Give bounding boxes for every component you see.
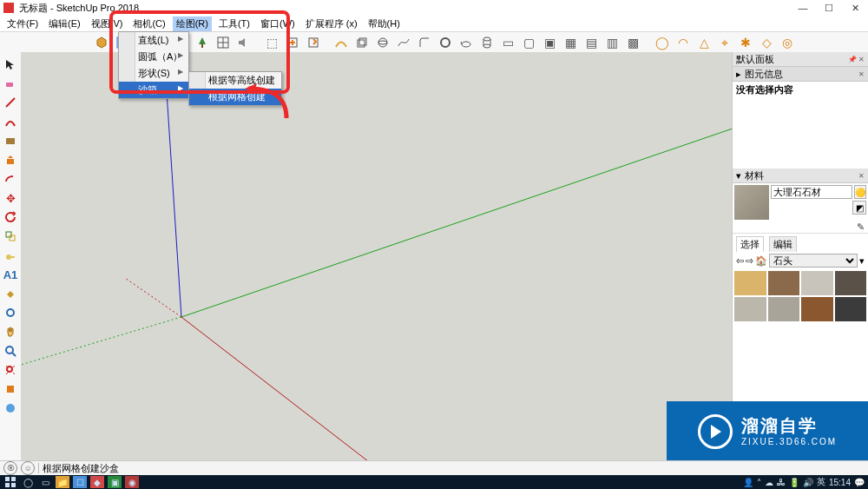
entity-info-header[interactable]: ▸图元信息 ✕ bbox=[733, 67, 868, 82]
tool-paint-icon[interactable] bbox=[2, 285, 19, 302]
toolbar-circle-icon[interactable] bbox=[436, 33, 455, 52]
swatch-3[interactable] bbox=[801, 271, 833, 295]
material-preview[interactable] bbox=[734, 185, 769, 220]
toolbar-fillet-icon[interactable] bbox=[415, 33, 434, 52]
tray-cloud-icon[interactable]: ☁ bbox=[765, 478, 773, 487]
toolbar-rect6-icon[interactable]: ▩ bbox=[623, 33, 642, 52]
tool-misc2-icon[interactable] bbox=[2, 400, 19, 417]
toolbar-arc-icon[interactable] bbox=[332, 33, 351, 52]
task-sketchup-icon[interactable]: ◉ bbox=[125, 476, 139, 488]
menu-item-shape[interactable]: 形状(S) bbox=[119, 65, 188, 82]
toolbar-tree-icon[interactable] bbox=[193, 33, 212, 52]
toolbar-rect1-icon[interactable]: ▢ bbox=[519, 33, 538, 52]
task-app1-icon[interactable]: ☐ bbox=[73, 476, 87, 488]
tool-offset-icon[interactable] bbox=[2, 170, 19, 188]
panel-pin-icon[interactable]: 📌 bbox=[848, 56, 857, 63]
menu-edit[interactable]: 编辑(E) bbox=[45, 17, 84, 31]
menu-view[interactable]: 视图(V) bbox=[88, 17, 127, 31]
materials-close-icon[interactable]: ✕ bbox=[858, 172, 865, 180]
swatch-7[interactable] bbox=[801, 297, 833, 321]
toolbar-shape5-icon[interactable]: ✱ bbox=[736, 33, 755, 52]
tray-notif-icon[interactable]: 💬 bbox=[854, 478, 865, 487]
tool-pushpull-icon[interactable] bbox=[2, 151, 19, 169]
tray-up-icon[interactable]: ˄ bbox=[757, 478, 761, 487]
toolbar-rect5-icon[interactable]: ▥ bbox=[602, 33, 621, 52]
toolbar-import-icon[interactable] bbox=[283, 33, 302, 52]
menu-tools[interactable]: 工具(T) bbox=[215, 17, 253, 31]
material-name-input[interactable] bbox=[771, 185, 852, 199]
tray-ime[interactable]: 英 bbox=[817, 476, 825, 488]
tray-batt-icon[interactable]: 🔋 bbox=[789, 478, 799, 487]
toolbar-shape1-icon[interactable]: ◯ bbox=[653, 33, 672, 52]
tool-move-icon[interactable]: ✥ bbox=[2, 189, 19, 207]
tool-zoom-icon[interactable] bbox=[2, 342, 19, 360]
status-person-icon[interactable]: ☺ bbox=[21, 461, 35, 475]
tool-arc-icon[interactable] bbox=[2, 113, 19, 130]
tool-tape-icon[interactable] bbox=[2, 247, 19, 264]
nav-back-icon[interactable]: ⇦ bbox=[736, 255, 744, 267]
panel-close-icon[interactable]: ✕ bbox=[858, 56, 865, 63]
toolbar-cube-icon[interactable] bbox=[352, 33, 372, 52]
tool-eraser-icon[interactable] bbox=[2, 75, 19, 92]
tool-rotate-icon[interactable] bbox=[2, 208, 19, 226]
tool-line-icon[interactable] bbox=[2, 94, 19, 111]
swatch-6[interactable] bbox=[768, 297, 800, 321]
tab-edit[interactable]: 编辑 bbox=[769, 236, 797, 252]
menu-help[interactable]: 帮助(H) bbox=[365, 17, 404, 31]
expand-entity-icon[interactable]: ▸ bbox=[736, 69, 741, 80]
tray-vol-icon[interactable]: 🔊 bbox=[803, 478, 813, 487]
menu-item-sandbox[interactable]: 沙箱 bbox=[119, 82, 188, 98]
toolbar-dash-icon[interactable]: ▭ bbox=[498, 33, 517, 52]
swatch-1[interactable] bbox=[734, 271, 766, 295]
tray-net-icon[interactable]: 🖧 bbox=[777, 478, 786, 487]
toolbar-rect2-icon[interactable]: ▣ bbox=[540, 33, 559, 52]
tool-orbit-icon[interactable] bbox=[2, 304, 19, 321]
toolbar-rect4-icon[interactable]: ▤ bbox=[582, 33, 601, 52]
menu-item-line[interactable]: 直线(L) bbox=[119, 32, 188, 49]
toolbar-grid-icon[interactable] bbox=[214, 33, 233, 52]
tray-user-icon[interactable]: 👤 bbox=[743, 478, 753, 487]
toolbar-shape2-icon[interactable]: ◠ bbox=[674, 33, 693, 52]
task-cortana-icon[interactable]: ▭ bbox=[38, 476, 52, 488]
swatch-5[interactable] bbox=[734, 297, 766, 321]
submenu-from-scratch[interactable]: 根据网格创建 bbox=[189, 89, 281, 105]
material-create-icon[interactable]: 🟡 bbox=[854, 185, 866, 199]
tray-time[interactable]: 15:14 bbox=[829, 478, 851, 487]
toolbar-sound-icon[interactable] bbox=[234, 33, 253, 52]
taskview-icon[interactable]: ◯ bbox=[21, 476, 35, 488]
toolbar-shape7-icon[interactable]: ◎ bbox=[778, 33, 797, 52]
tool-select-icon[interactable] bbox=[2, 56, 19, 73]
nav-fwd-icon[interactable]: ⇨ bbox=[746, 255, 753, 267]
expand-materials-icon[interactable]: ▾ bbox=[736, 170, 741, 182]
tool-misc1-icon[interactable] bbox=[2, 380, 19, 398]
task-app2-icon[interactable]: ◆ bbox=[90, 476, 104, 488]
maximize-button[interactable]: ☐ bbox=[816, 0, 842, 16]
task-app3-icon[interactable]: ▣ bbox=[108, 476, 122, 488]
eyedropper-icon[interactable]: ✎ bbox=[857, 221, 865, 233]
status-geo-icon[interactable]: ⦿ bbox=[3, 461, 17, 475]
material-default-icon[interactable]: ◩ bbox=[852, 201, 866, 215]
menu-extensions[interactable]: 扩展程序 (x) bbox=[302, 17, 361, 31]
toolbar-teapot-icon[interactable] bbox=[457, 33, 476, 52]
entity-close-icon[interactable]: ✕ bbox=[858, 70, 865, 78]
toolbar-box-icon[interactable] bbox=[92, 33, 111, 52]
toolbar-shape4-icon[interactable]: ⌖ bbox=[715, 33, 734, 52]
toolbar-extrude-icon[interactable]: ⬚ bbox=[262, 33, 281, 52]
tool-rect-icon[interactable] bbox=[2, 132, 19, 149]
menu-item-arc[interactable]: 圆弧（A） bbox=[119, 49, 188, 65]
submenu-from-contours[interactable]: 根据等高线创建 bbox=[189, 72, 281, 89]
swatch-8[interactable] bbox=[835, 297, 867, 321]
menu-window[interactable]: 窗口(W) bbox=[257, 17, 299, 31]
toolbar-shape6-icon[interactable]: ◇ bbox=[757, 33, 776, 52]
material-category-select[interactable]: 石头 bbox=[769, 254, 858, 268]
tool-zoomext-icon[interactable] bbox=[2, 361, 19, 379]
start-button[interactable] bbox=[3, 476, 17, 488]
default-panel-header[interactable]: 默认面板 📌✕ bbox=[733, 52, 868, 67]
toolbar-rect3-icon[interactable]: ▦ bbox=[561, 33, 580, 52]
tool-text-icon[interactable]: A1 bbox=[2, 266, 19, 283]
tool-pan-icon[interactable] bbox=[2, 323, 19, 340]
toolbar-shape3-icon[interactable]: △ bbox=[694, 33, 713, 52]
toolbar-sphere-icon[interactable] bbox=[373, 33, 392, 52]
task-explorer-icon[interactable]: 📁 bbox=[56, 476, 69, 488]
swatch-4[interactable] bbox=[835, 271, 867, 295]
